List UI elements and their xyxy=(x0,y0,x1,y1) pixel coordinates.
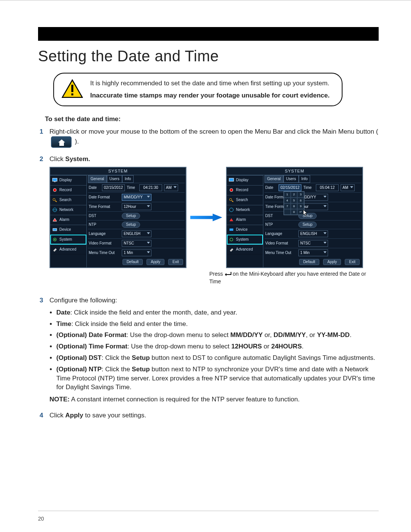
sidebar-item-display[interactable]: Display xyxy=(50,175,86,185)
menu-timeout-dropdown[interactable]: 1 Min xyxy=(122,249,151,256)
warning-text-1: It is highly recommended to set the date… xyxy=(90,79,333,88)
date-format-dropdown[interactable]: MM/DD/YY xyxy=(122,194,151,201)
step-3-text: Configure the following: xyxy=(49,296,379,305)
sidebar-item-search-r[interactable]: Search xyxy=(227,195,263,205)
svg-point-12 xyxy=(54,239,56,240)
system-title-right: SYSTEM xyxy=(227,168,362,175)
video-format-dropdown[interactable]: NTSC xyxy=(122,240,151,247)
tab-info[interactable]: Info xyxy=(122,175,134,183)
svg-rect-10 xyxy=(53,228,57,231)
wrench-icon xyxy=(52,247,57,252)
bullet-date: Date: Click inside the field and enter t… xyxy=(56,308,379,317)
step-3: 3 Configure the following: Date: Click i… xyxy=(38,296,379,407)
step-4-text-b: Apply xyxy=(65,412,83,419)
black-header-bar xyxy=(38,27,379,41)
svg-rect-2 xyxy=(71,93,73,95)
screenshot-row: SYSTEM Display Record Search Network Ala… xyxy=(49,167,379,268)
cursor-icon xyxy=(303,209,308,218)
screenshot-caption: Press on the Mini-Keyboard after you hav… xyxy=(209,270,379,285)
label-time: Time xyxy=(127,185,137,190)
menu-timeout-dropdown-r[interactable]: 1 Min xyxy=(298,249,328,256)
system-title: SYSTEM xyxy=(50,168,186,175)
sidebar-item-network[interactable]: Network xyxy=(50,205,86,215)
label-video-format: Video Format xyxy=(89,241,120,246)
step-1: 1 Right-click or move your mouse to the … xyxy=(38,127,379,151)
step-1-text-a: Right-click or move your mouse to the bo… xyxy=(49,128,378,135)
network-icon xyxy=(52,208,57,212)
label-date: Date xyxy=(89,185,100,190)
default-button-r[interactable]: Default xyxy=(299,259,320,265)
tab-general-r[interactable]: General xyxy=(264,175,284,183)
video-format-dropdown-r[interactable]: NTSC xyxy=(298,240,328,247)
label-menu-timeout-r: Menu Time Out xyxy=(265,250,296,256)
alarm-icon xyxy=(229,217,234,222)
sidebar-item-device[interactable]: Device xyxy=(50,225,86,235)
language-dropdown-r[interactable]: ENGLISH xyxy=(298,230,328,237)
sidebar-item-system[interactable]: System xyxy=(50,235,86,244)
sidebar-item-record[interactable]: Record xyxy=(50,185,86,195)
dst-setup-button[interactable]: Setup xyxy=(122,213,140,219)
date-field[interactable]: 02/15/2012 xyxy=(102,184,125,191)
sidebar-item-alarm[interactable]: Alarm xyxy=(50,215,86,225)
sidebar-item-device-r[interactable]: Device xyxy=(227,225,263,235)
gear-icon xyxy=(52,237,57,242)
ampm-dropdown[interactable]: AM xyxy=(164,184,178,191)
sidebar-item-alarm-r[interactable]: Alarm xyxy=(227,215,263,225)
system-screenshot-left: SYSTEM Display Record Search Network Ala… xyxy=(49,167,186,268)
svg-rect-4 xyxy=(54,182,56,182)
label-ntp: NTP xyxy=(89,222,120,227)
label-ntp-r: NTP xyxy=(265,222,296,227)
time-format-dropdown[interactable]: 12Hour xyxy=(122,203,151,210)
gear-icon xyxy=(229,237,234,242)
ampm-dropdown-r[interactable]: AM xyxy=(341,184,355,191)
svg-rect-14 xyxy=(229,178,234,181)
time-field-r[interactable]: 05:04:12 xyxy=(316,184,339,191)
sidebar-item-record-r[interactable]: Record xyxy=(227,185,263,195)
apply-button[interactable]: Apply xyxy=(147,259,164,265)
record-icon xyxy=(52,188,57,192)
language-dropdown[interactable]: ENGLISH xyxy=(122,230,151,237)
main-menu-home-button[interactable] xyxy=(51,136,72,148)
exit-button[interactable]: Exit xyxy=(168,259,183,265)
step-4-number: 4 xyxy=(38,411,49,420)
svg-line-7 xyxy=(55,201,57,202)
display-icon xyxy=(52,178,57,182)
label-video-format-r: Video Format xyxy=(265,241,296,246)
ntp-setup-button[interactable]: Setup xyxy=(122,222,140,228)
time-field[interactable]: 04:21:30 xyxy=(139,184,162,191)
device-icon xyxy=(52,227,57,232)
default-button[interactable]: Default xyxy=(123,259,143,265)
display-icon xyxy=(229,178,234,182)
network-icon xyxy=(229,208,234,212)
exit-button-r[interactable]: Exit xyxy=(345,259,360,265)
search-icon xyxy=(52,198,57,202)
sidebar-item-display-r[interactable]: Display xyxy=(227,175,263,185)
tab-general[interactable]: General xyxy=(88,175,107,183)
apply-button-r[interactable]: Apply xyxy=(323,259,341,265)
record-icon xyxy=(229,188,234,192)
sidebar-item-advanced[interactable]: Advanced xyxy=(50,244,86,254)
svg-marker-13 xyxy=(190,214,222,221)
tab-users[interactable]: Users xyxy=(107,175,122,183)
sidebar-item-advanced-r[interactable]: Advanced xyxy=(227,244,263,254)
page-number: 20 xyxy=(38,515,44,523)
bullet-date-format: (Optional) Date Format: Use the drop-dow… xyxy=(56,331,379,340)
label-dst: DST xyxy=(89,213,120,219)
step-4-text-c: to save your settings. xyxy=(85,412,147,419)
date-field-r[interactable]: 02/15/2012 xyxy=(279,184,301,191)
ntp-setup-button-r[interactable]: Setup xyxy=(298,222,317,228)
step-3-note: NOTE: A constant internet connection is … xyxy=(49,395,379,404)
svg-point-16 xyxy=(229,198,232,201)
warning-text-2: Inaccurate time stamps may render your f… xyxy=(90,91,333,100)
sidebar-item-search[interactable]: Search xyxy=(50,195,86,205)
mini-keyboard-overlay[interactable]: 123 456 789 0↵ xyxy=(284,191,304,215)
warning-icon xyxy=(62,79,83,99)
label-language: Language xyxy=(89,231,120,236)
step-4: 4 Click Apply to save your settings. xyxy=(38,411,379,423)
tab-info-r[interactable]: Info xyxy=(299,175,311,183)
svg-rect-1 xyxy=(71,85,73,92)
sidebar-item-network-r[interactable]: Network xyxy=(227,205,263,215)
tab-users-r[interactable]: Users xyxy=(284,175,299,183)
svg-point-5 xyxy=(53,189,56,192)
sidebar-item-system-r[interactable]: System xyxy=(227,235,263,244)
